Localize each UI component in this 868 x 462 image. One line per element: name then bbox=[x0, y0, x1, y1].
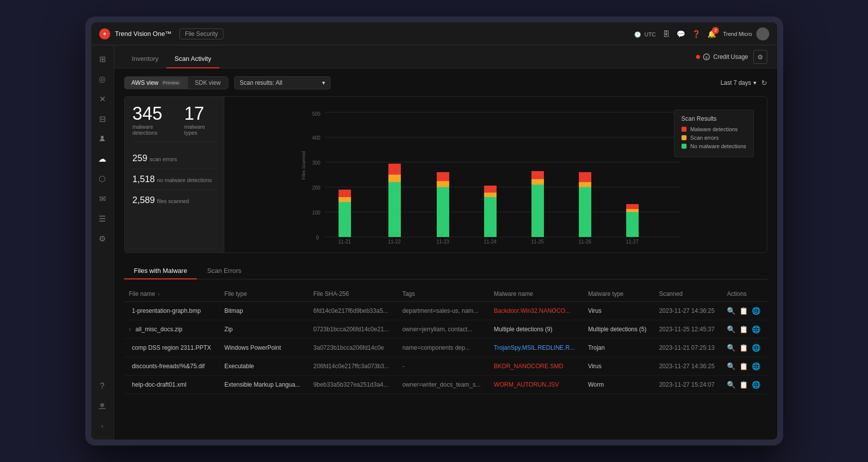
sidebar-item-layers[interactable]: ⊟ bbox=[94, 110, 111, 127]
user-avatar bbox=[756, 27, 769, 40]
search-action-icon[interactable]: 🔍 bbox=[727, 362, 735, 370]
cell-scanned: 2023-11-27 14:36:25 bbox=[654, 302, 722, 320]
legend-malware-label: Malware detections bbox=[691, 126, 738, 132]
cell-tags: department=sales-us, nam... bbox=[397, 302, 489, 320]
sdk-view-button[interactable]: SDK view bbox=[188, 77, 228, 89]
tab-inventory[interactable]: Inventory bbox=[124, 55, 167, 68]
search-action-icon[interactable]: 🔍 bbox=[727, 307, 735, 315]
col-filetype: File type bbox=[219, 286, 308, 302]
refresh-button[interactable]: ↻ bbox=[761, 79, 767, 87]
row-actions: 🔍 📋 🌐 bbox=[727, 307, 762, 315]
cell-malware-name[interactable]: TrojanSpy.MSIL.REDLINE.R... bbox=[489, 339, 583, 357]
sidebar-item-expand[interactable]: › bbox=[94, 418, 111, 435]
sidebar-item-gear[interactable]: ⚙ bbox=[94, 230, 111, 247]
stats-panel: 345 malware detections 17 malware types … bbox=[125, 97, 224, 252]
storage-icon[interactable]: 🗄 bbox=[663, 30, 670, 38]
row-expand-icon[interactable]: › bbox=[129, 326, 131, 333]
cell-sha256: 9beb33a5b327ea251d3a4... bbox=[309, 376, 397, 394]
product-label[interactable]: File Security bbox=[179, 28, 223, 39]
search-action-icon[interactable]: 🔍 bbox=[727, 325, 735, 333]
search-action-icon[interactable]: 🔍 bbox=[727, 344, 735, 352]
search-action-icon[interactable]: 🔍 bbox=[727, 381, 735, 389]
chat-icon[interactable]: 💬 bbox=[677, 30, 685, 38]
time-filter-dropdown[interactable]: Last 7 days ▾ bbox=[720, 79, 756, 86]
chart-legend: Scan Results Malware detections Scan err… bbox=[674, 110, 754, 157]
help-icon[interactable]: ❓ bbox=[692, 30, 700, 38]
cell-malware-name[interactable]: BKDR_NANOCORE.SMD bbox=[489, 357, 583, 376]
copy-action-icon[interactable]: 📋 bbox=[739, 344, 748, 352]
svg-text:11-27: 11-27 bbox=[626, 239, 639, 244]
svg-rect-30 bbox=[484, 197, 497, 237]
credit-icon: $ bbox=[703, 53, 710, 60]
cell-sha256: 0723b1bcca206fd14c0e21... bbox=[309, 320, 397, 339]
sidebar-item-users[interactable] bbox=[94, 130, 111, 147]
svg-rect-39 bbox=[579, 182, 591, 187]
no-malware-count: 1,518 bbox=[133, 174, 155, 184]
copy-action-icon[interactable]: 📋 bbox=[739, 325, 748, 333]
cell-filetype: Extensible Markup Langua... bbox=[219, 376, 308, 394]
errors-count: 259 bbox=[133, 153, 148, 163]
globe-action-icon[interactable]: 🌐 bbox=[752, 362, 760, 370]
copy-action-icon[interactable]: 📋 bbox=[739, 307, 748, 315]
sidebar-item-shield[interactable]: ⬡ bbox=[94, 170, 111, 187]
globe-action-icon[interactable]: 🌐 bbox=[752, 381, 760, 389]
tab-scan-activity[interactable]: Scan Activity bbox=[167, 55, 219, 68]
types-count: 17 bbox=[184, 105, 216, 123]
sidebar-item-profile[interactable] bbox=[94, 398, 111, 415]
col-filename: File name ↑ bbox=[124, 286, 220, 302]
table-row: comp DSS region 2311.PPTX Windows PowerP… bbox=[124, 339, 767, 357]
file-tabs-bar: Files with Malware Scan Errors bbox=[124, 263, 767, 279]
scan-results-dropdown[interactable]: Scan results: All ▾ bbox=[234, 76, 331, 89]
no-malware-label: no malware detections bbox=[157, 177, 212, 183]
cell-scanned: 2023-11-25 12:45:37 bbox=[654, 320, 722, 339]
cell-filename: discounts-freeads!%&75.dif bbox=[124, 357, 220, 376]
sidebar-item-help[interactable]: ? bbox=[94, 378, 111, 395]
cell-malware-name[interactable]: Backdoor.Win32.NANOCO... bbox=[489, 302, 583, 320]
no-malware-stat-row: 1,518 no malware detections bbox=[133, 169, 216, 190]
settings-button[interactable]: ⚙ bbox=[753, 50, 767, 64]
sidebar-item-dashboard[interactable]: ⊞ bbox=[94, 50, 111, 67]
globe-action-icon[interactable]: 🌐 bbox=[752, 344, 760, 352]
types-label: malware types bbox=[184, 124, 216, 136]
tab-scan-errors[interactable]: Scan Errors bbox=[197, 263, 251, 279]
svg-rect-1 bbox=[99, 408, 106, 409]
cell-filetype: Zip bbox=[219, 320, 308, 339]
app-title: Trend Vision One™ bbox=[115, 30, 172, 37]
table-header-row: File name ↑ File type File SHA-256 Tags … bbox=[124, 286, 767, 302]
notifications-icon[interactable]: 🔔 2 bbox=[707, 30, 716, 38]
malware-count: 345 bbox=[133, 105, 174, 123]
sidebar-item-analytics[interactable]: ◎ bbox=[94, 70, 111, 87]
cell-scanned: 2023-11-27 15:24:07 bbox=[654, 376, 722, 394]
row-actions: 🔍 📋 🌐 bbox=[727, 362, 762, 370]
svg-rect-44 bbox=[626, 204, 639, 209]
files-scanned-count: 2,589 bbox=[133, 195, 155, 205]
globe-action-icon[interactable]: 🌐 bbox=[752, 307, 760, 315]
nav-tabs-right: $ Credit Usage ⚙ bbox=[219, 50, 767, 68]
files-scanned-label: files scanned bbox=[157, 198, 189, 204]
copy-action-icon[interactable]: 📋 bbox=[739, 362, 748, 370]
copy-action-icon[interactable]: 📋 bbox=[739, 381, 748, 389]
cell-scanned: 2023-11-21 07:25:13 bbox=[654, 339, 722, 357]
aws-view-button[interactable]: AWS view Preview bbox=[125, 77, 188, 89]
user-menu[interactable]: Trend Micro bbox=[723, 27, 769, 40]
svg-text:11-22: 11-22 bbox=[388, 239, 401, 244]
sidebar-item-list[interactable]: ☰ bbox=[94, 210, 111, 227]
content-area: Inventory Scan Activity $ Credit Usage ⚙ bbox=[114, 45, 777, 440]
cell-malware-name[interactable]: Multiple detections (9) bbox=[489, 320, 583, 339]
cell-malware-name[interactable]: WORM_AUTORUN.JSV bbox=[489, 376, 583, 394]
utc-button[interactable]: 🕐 UTC bbox=[634, 30, 656, 38]
sidebar-item-close[interactable]: ✕ bbox=[94, 90, 111, 107]
legend-errors: Scan errors bbox=[682, 135, 746, 141]
cell-filename: help-doc-draft01.xml bbox=[124, 376, 220, 394]
cell-malware-type: Virus bbox=[583, 302, 654, 320]
globe-action-icon[interactable]: 🌐 bbox=[752, 325, 760, 333]
sidebar-item-cloud[interactable]: ☁ bbox=[94, 150, 111, 167]
sidebar-item-mail[interactable]: ✉ bbox=[94, 190, 111, 207]
cell-actions: 🔍 📋 🌐 bbox=[722, 339, 767, 357]
svg-text:11-24: 11-24 bbox=[484, 239, 497, 244]
cell-filename: comp DSS region 2311.PPTX bbox=[124, 339, 220, 357]
tab-files-malware[interactable]: Files with Malware bbox=[124, 263, 197, 279]
credit-usage-button[interactable]: $ Credit Usage bbox=[696, 53, 748, 60]
legend-errors-dot bbox=[682, 135, 687, 140]
dashboard-grid: 345 malware detections 17 malware types … bbox=[124, 96, 767, 253]
